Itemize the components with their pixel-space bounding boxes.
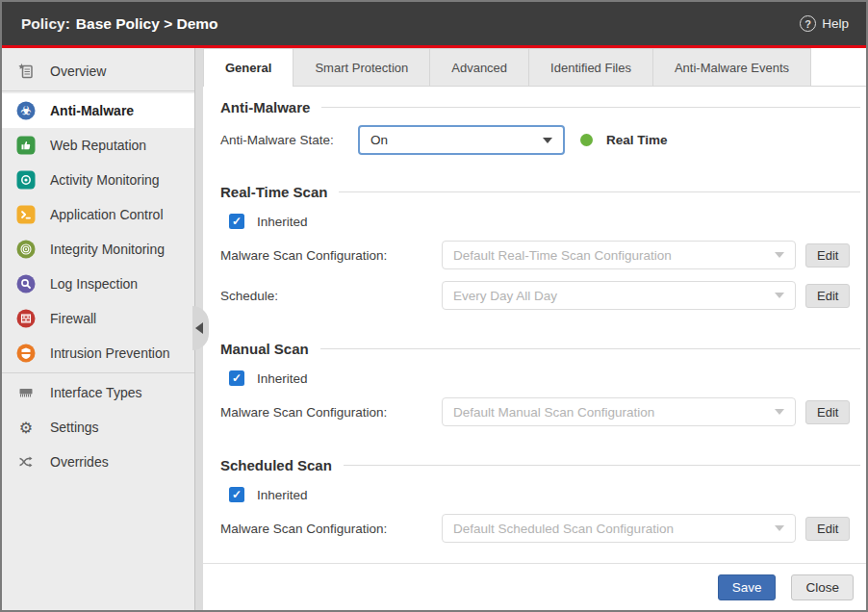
overrides-icon <box>16 452 36 472</box>
section-title: Real-Time Scan <box>220 184 327 200</box>
inherited-label: Inherited <box>257 488 308 502</box>
schedule-label: Schedule: <box>220 289 442 303</box>
save-button[interactable]: Save <box>718 574 777 600</box>
schedule-value: Every Day All Day <box>453 289 557 303</box>
sidebar-item-label: Overview <box>50 64 106 79</box>
malware-scan-config-value: Default Real-Time Scan Configuration <box>453 248 672 263</box>
section-title: Manual Scan <box>220 341 309 357</box>
chevron-down-icon <box>543 138 552 143</box>
inherited-checkbox[interactable] <box>229 487 244 502</box>
settings-icon: ⚙ <box>16 418 36 437</box>
tab-bar: General Smart Protection Advanced Identi… <box>203 48 866 87</box>
malware-scan-config-value: Default Manual Scan Configuration <box>453 405 654 420</box>
help-label: Help <box>822 16 849 31</box>
help-icon: ? <box>800 15 816 32</box>
sidebar-item-intrusion-prevention[interactable]: Intrusion Prevention <box>2 336 194 370</box>
application-control-icon <box>16 205 36 224</box>
status-dot <box>580 134 593 146</box>
intrusion-prevention-icon <box>16 344 36 363</box>
sidebar-item-label: Firewall <box>50 311 96 326</box>
malware-scan-config-label: Malware Scan Configuration: <box>220 405 442 420</box>
scheduled-inherited-row: Inherited <box>229 487 860 502</box>
anti-malware-state-label: Anti-Malware State: <box>220 133 358 147</box>
edit-button[interactable]: Edit <box>805 284 850 308</box>
sidebar-item-log-inspection[interactable]: Log Inspection <box>2 267 194 301</box>
sidebar-item-overview[interactable]: Overview <box>2 54 194 89</box>
general-tab-panel: Anti-Malware Anti-Malware State: On Real… <box>203 87 866 563</box>
firewall-icon <box>16 309 36 328</box>
page-title-prefix: Policy: <box>21 15 70 32</box>
sidebar-item-firewall[interactable]: Firewall <box>2 301 194 336</box>
web-reputation-icon <box>16 136 36 155</box>
sidebar: Overview ☣ Anti-Malware Web Reputation A… <box>2 48 194 610</box>
inherited-label: Inherited <box>257 371 308 386</box>
sidebar-item-label: Integrity Monitoring <box>50 242 165 257</box>
malware-scan-config-value: Default Scheduled Scan Configuration <box>453 522 674 536</box>
overview-icon <box>16 62 36 81</box>
svg-text:☣: ☣ <box>21 104 32 117</box>
chevron-down-icon <box>775 293 784 298</box>
tab-advanced[interactable]: Advanced <box>429 48 529 86</box>
sidebar-item-interface-types[interactable]: Interface Types <box>2 375 194 410</box>
status-badge: Real Time <box>606 133 668 147</box>
sidebar-separator <box>2 90 194 91</box>
activity-monitoring-icon <box>16 170 36 190</box>
schedule-row: Schedule: Every Day All Day Edit <box>220 281 860 310</box>
footer-bar: Save Close <box>203 563 866 610</box>
edit-button[interactable]: Edit <box>805 243 850 268</box>
section-anti-malware: Anti-Malware <box>220 99 860 115</box>
sidebar-item-application-control[interactable]: Application Control <box>2 197 194 232</box>
section-title: Anti-Malware <box>220 99 310 115</box>
chevron-down-icon <box>775 252 784 258</box>
sidebar-item-label: Web Reputation <box>50 138 146 153</box>
sidebar-item-label: Interface Types <box>50 385 141 400</box>
real-time-inherited-row: Inherited <box>229 214 860 229</box>
tab-smart-protection[interactable]: Smart Protection <box>293 48 430 86</box>
sidebar-item-overrides[interactable]: Overrides <box>2 445 194 479</box>
sidebar-item-anti-malware[interactable]: ☣ Anti-Malware <box>2 93 194 128</box>
tab-general[interactable]: General <box>203 48 294 87</box>
inherited-checkbox[interactable] <box>229 214 244 229</box>
sidebar-item-label: Application Control <box>50 207 164 222</box>
anti-malware-state-row: Anti-Malware State: On Real Time <box>220 125 860 155</box>
malware-scan-config-select: Default Manual Scan Configuration <box>442 397 796 426</box>
scheduled-config-row: Malware Scan Configuration: Default Sche… <box>220 514 860 543</box>
interface-types-icon <box>16 383 36 402</box>
tab-identified-files[interactable]: Identified Files <box>528 48 653 86</box>
real-time-config-row: Malware Scan Configuration: Default Real… <box>220 241 860 269</box>
help-button[interactable]: ? Help <box>800 15 849 32</box>
manual-inherited-row: Inherited <box>229 370 860 386</box>
sidebar-item-integrity-monitoring[interactable]: Integrity Monitoring <box>2 232 194 267</box>
page-title: Policy:Base Policy > Demo <box>21 15 218 33</box>
chevron-down-icon <box>775 409 784 415</box>
section-rule <box>321 107 860 108</box>
sidebar-item-web-reputation[interactable]: Web Reputation <box>2 128 194 163</box>
sidebar-item-activity-monitoring[interactable]: Activity Monitoring <box>2 163 194 197</box>
section-rule <box>344 465 860 466</box>
sidebar-item-settings[interactable]: ⚙ Settings <box>2 410 194 445</box>
section-rule <box>320 348 860 349</box>
page-title-breadcrumb: Base Policy > Demo <box>76 15 218 32</box>
anti-malware-state-select[interactable]: On <box>358 125 565 155</box>
sidebar-item-label: Anti-Malware <box>50 103 134 118</box>
section-manual-scan: Manual Scan <box>220 341 860 357</box>
edit-button[interactable]: Edit <box>805 517 850 541</box>
title-bar: Policy:Base Policy > Demo ? Help <box>2 2 866 45</box>
schedule-select: Every Day All Day <box>442 281 796 310</box>
section-title: Scheduled Scan <box>220 457 332 473</box>
edit-button[interactable]: Edit <box>805 400 850 424</box>
malware-scan-config-select: Default Real-Time Scan Configuration <box>442 241 796 269</box>
anti-malware-icon: ☣ <box>16 101 36 120</box>
manual-config-row: Malware Scan Configuration: Default Manu… <box>220 397 860 426</box>
anti-malware-state-value: On <box>370 133 388 147</box>
policy-editor-window: Policy:Base Policy > Demo ? Help Overvie… <box>0 0 868 612</box>
sidebar-item-label: Log Inspection <box>50 276 138 292</box>
close-button[interactable]: Close <box>791 574 854 600</box>
sidebar-separator <box>2 372 194 373</box>
sidebar-item-label: Overrides <box>50 454 109 470</box>
integrity-monitoring-icon <box>16 240 36 259</box>
log-inspection-icon <box>16 274 36 293</box>
section-real-time-scan: Real-Time Scan <box>220 184 860 200</box>
inherited-checkbox[interactable] <box>229 370 244 386</box>
tab-anti-malware-events[interactable]: Anti-Malware Events <box>652 48 811 86</box>
